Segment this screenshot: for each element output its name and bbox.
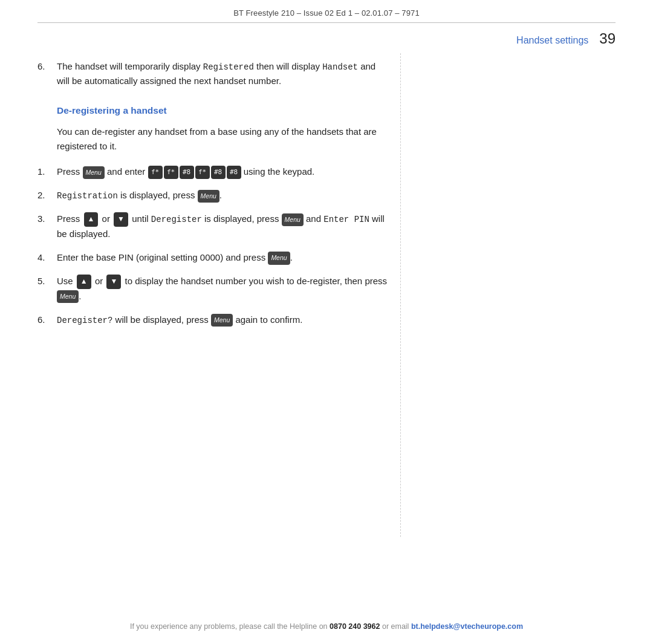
step-6-body: Deregister? will be displayed, press Men…	[57, 313, 388, 328]
side-column	[400, 53, 616, 537]
step-5-body: Use ▲ or ▼ to display the handset number…	[57, 274, 388, 304]
step-1-body: Press Menu and enter f* f* #8 f* #8 #8 u…	[57, 164, 388, 180]
step-4-body: Enter the base PIN (original setting 000…	[57, 250, 388, 265]
step-5-num: 5.	[37, 274, 57, 289]
footer-text-before: If you experience any problems, please c…	[130, 622, 328, 631]
content-area: 6. The handset will temporarily display …	[37, 53, 616, 537]
up-arrow-key-3: ▲	[84, 212, 99, 227]
step-3-num: 3.	[37, 212, 57, 227]
step-2-body: Registration is displayed, press Menu.	[57, 188, 388, 203]
page-footer: If you experience any problems, please c…	[0, 622, 653, 631]
section-title: Handset settings	[516, 35, 588, 46]
menu-key-1: Menu	[83, 166, 105, 179]
step-3-body: Press ▲ or ▼ until Deregister is display…	[57, 212, 388, 242]
deregister-q-mono: Deregister?	[57, 316, 112, 325]
registration-mono: Registration	[57, 191, 118, 201]
item-6-intro: 6. The handset will temporarily display …	[37, 59, 388, 88]
header-row: Handset settings 39	[0, 23, 653, 53]
menu-key-6: Menu	[211, 314, 233, 327]
step-4-num: 4.	[37, 250, 57, 265]
key-sequence-1: f* f* #8 f* #8 #8	[148, 166, 241, 179]
step-1: 1. Press Menu and enter f* f* #8 f* #8 #…	[37, 164, 388, 180]
menu-key-4: Menu	[268, 252, 290, 264]
main-column: 6. The handset will temporarily display …	[37, 53, 400, 537]
step-2-num: 2.	[37, 188, 57, 203]
key-fstar-3: f*	[195, 166, 210, 179]
footer-phone: 0870 240 3962	[330, 622, 380, 631]
up-arrow-key-5: ▲	[77, 275, 91, 289]
item-6-num: 6.	[37, 59, 45, 74]
registered-mono: Registered	[203, 62, 254, 72]
step-2: 2. Registration is displayed, press Menu…	[37, 188, 388, 203]
key-hash8-1: #8	[180, 166, 194, 179]
step-1-num: 1.	[37, 164, 57, 180]
handset-mono: Handset	[322, 62, 358, 72]
step-6: 6. Deregister? will be displayed, press …	[37, 313, 388, 328]
section-intro: You can de-register any handset from a b…	[37, 125, 388, 154]
key-hash8-2: #8	[211, 166, 226, 179]
step-5: 5. Use ▲ or ▼ to display the handset num…	[37, 274, 388, 304]
deregister-mono: Deregister	[151, 215, 202, 224]
page-number: 39	[599, 30, 616, 47]
key-fstar-2: f*	[164, 166, 178, 179]
step-3: 3. Press ▲ or ▼ until Deregister is disp…	[37, 212, 388, 242]
enter-pin-mono: Enter PIN	[323, 215, 369, 224]
key-hash8-3: #8	[227, 166, 241, 179]
section-heading: De-registering a handset	[37, 105, 388, 116]
step-4: 4. Enter the base PIN (original setting …	[37, 250, 388, 265]
page-header: BT Freestyle 210 – Issue 02 Ed 1 – 02.01…	[0, 0, 653, 22]
header-title-text: BT Freestyle 210 – Issue 02 Ed 1 – 02.01…	[233, 8, 420, 18]
menu-key-2: Menu	[198, 190, 219, 203]
menu-key-3: Menu	[282, 213, 304, 226]
menu-key-5: Menu	[57, 290, 79, 303]
down-arrow-key-5: ▼	[106, 275, 121, 289]
footer-text-mid: or email	[382, 622, 411, 631]
step-6-num: 6.	[37, 313, 57, 328]
item-6-text: The handset will temporarily display Reg…	[57, 61, 375, 86]
down-arrow-key-3: ▼	[114, 212, 128, 227]
key-fstar-1: f*	[148, 166, 163, 179]
footer-email: bt.helpdesk@vtecheurope.com	[411, 622, 523, 631]
